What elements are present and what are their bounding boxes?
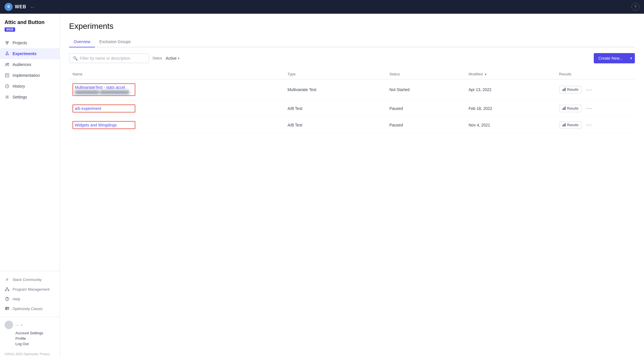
history-icon [5,84,10,89]
help-circle-icon [5,296,10,301]
svg-rect-30 [565,107,565,110]
row2-results-label: Results [567,106,579,110]
row1-exp-desc: ██████████ ████████████ [75,90,133,94]
svg-point-2 [7,41,9,43]
toolbar: 🔍 Status Active ▾ Create New... ▾ [69,53,635,63]
sidebar-item-settings[interactable]: Settings [0,92,60,102]
search-icon: 🔍 [73,56,78,61]
user-avatar [5,321,13,329]
results-chart-icon [562,88,566,92]
row3-results-button[interactable]: Results [559,121,582,129]
sidebar: Attic and Button WEB Projects [0,14,60,358]
sidebar-bottom: # Slack Community Program Management [0,271,60,317]
settings-icon [5,94,10,100]
svg-line-5 [7,43,8,43]
row2-status: Paused [386,100,465,117]
classic-icon [5,306,10,311]
status-label: Status [152,56,162,60]
row2-type: A/B Test [284,100,386,117]
sidebar-nav: Projects Experiments [0,35,60,155]
sidebar-item-program[interactable]: Program Management [0,284,60,294]
row2-exp-name[interactable]: a/b experiment [75,106,133,111]
projects-icon [5,40,10,45]
status-value: Active [166,56,176,61]
create-btn-arrow: ▾ [627,53,635,63]
svg-rect-31 [563,125,563,126]
user-row[interactable]: ··· ▾ [5,321,55,329]
svg-point-13 [7,96,8,98]
row1-results-button[interactable]: Results [559,86,582,93]
col-header-modified[interactable]: Modified ▼ [465,69,556,79]
row1-exp-name[interactable]: MultivariateTest - stats accel [75,85,133,90]
row1-more-button[interactable]: ··· [584,86,595,94]
hash-icon: # [5,277,10,282]
main-content: Experiments Overview Exclusion Groups 🔍 … [60,14,644,358]
experiments-table: Name Type Status Modified ▼ Results Mult… [69,69,635,133]
implementation-label: Implementation [13,73,40,78]
help-label: Help [13,297,20,301]
classic-label: Optimizely Classic [13,307,43,311]
row2-name-cell: a/b experiment [69,100,284,117]
svg-rect-23 [7,308,8,308]
svg-rect-28 [563,108,563,110]
row2-more-button[interactable]: ··· [584,104,595,112]
col-header-name: Name [69,69,284,79]
copyright: ©2010–2022 Optimizely. Privacy [0,350,60,358]
user-chevron-icon: ▾ [21,323,22,327]
row1-name-cell: MultivariateTest - stats accel █████████… [69,79,284,100]
tab-overview[interactable]: Overview [69,37,95,47]
sidebar-item-experiments[interactable]: Experiments [0,48,60,59]
table-row: Widgets and Wingdings A/B Test Paused No… [69,117,635,133]
sidebar-item-classic[interactable]: Optimizely Classic [0,304,60,313]
svg-point-14 [7,287,8,289]
sort-icon: ▼ [484,73,487,76]
logout-link[interactable]: Log Out [15,341,55,347]
svg-line-4 [6,43,7,43]
svg-rect-29 [564,108,564,110]
row3-status: Paused [386,117,465,133]
sidebar-brand: Attic and Button WEB [0,14,60,35]
sidebar-item-projects[interactable]: Projects [0,37,60,48]
row2-modified: Feb 18, 2022 [465,100,556,117]
slack-label: Slack Community [13,277,41,282]
audiences-label: Audiences [13,62,31,67]
results-chart-icon3 [562,123,566,127]
account-settings-link[interactable]: Account Settings [15,330,55,336]
profile-link[interactable]: Profile [15,336,55,341]
program-label: Program Management [13,287,49,291]
sidebar-item-history[interactable]: History [0,81,60,92]
svg-rect-32 [564,124,564,126]
sidebar-item-audiences[interactable]: Audiences [0,59,60,70]
row3-type: A/B Test [284,117,386,133]
sidebar-item-help[interactable]: Help [0,294,60,304]
row1-modified: Apr 13, 2022 [465,79,556,100]
svg-rect-33 [565,123,565,126]
help-button[interactable]: ? [631,3,639,11]
svg-point-3 [7,43,8,44]
svg-rect-27 [565,88,565,91]
create-new-button[interactable]: Create New... ▾ [594,53,635,63]
tabs: Overview Exclusion Groups [69,37,635,47]
col-header-type: Type [284,69,386,79]
row1-results-label: Results [567,88,579,92]
projects-label: Projects [13,41,27,45]
svg-rect-25 [563,90,563,91]
svg-rect-9 [5,74,9,77]
table-row: a/b experiment A/B Test Paused Feb 18, 2… [69,100,635,117]
user-links: Account Settings Profile Log Out [5,330,55,347]
svg-rect-26 [564,89,564,91]
row3-results-label: Results [567,123,579,127]
program-icon [5,287,10,292]
search-box[interactable]: 🔍 [69,53,149,63]
search-input[interactable] [80,56,145,61]
svg-point-1 [6,41,7,43]
row3-exp-name[interactable]: Widgets and Wingdings [75,123,133,127]
status-filter[interactable]: Status Active ▾ [152,56,180,61]
row2-results-cell: Results ··· [556,100,635,117]
row2-results-button[interactable]: Results [559,105,582,112]
sidebar-item-implementation[interactable]: Implementation [0,70,60,81]
row3-more-button[interactable]: ··· [584,121,595,129]
tab-exclusion-groups[interactable]: Exclusion Groups [95,37,135,47]
sidebar-item-slack[interactable]: # Slack Community [0,275,60,284]
logo-icon[interactable] [5,3,13,11]
